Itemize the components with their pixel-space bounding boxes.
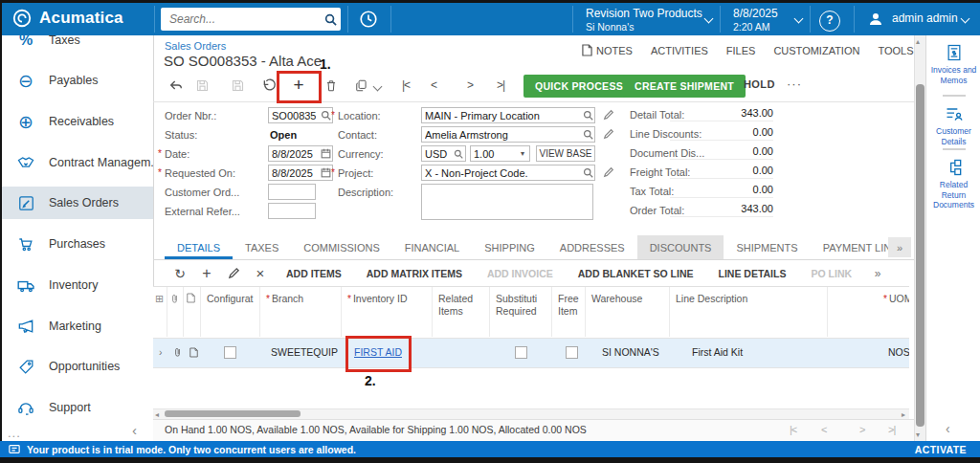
- side-panel-invoices-and-memos[interactable]: Invoices and Memos: [926, 43, 980, 85]
- side-panel-collapse-icon[interactable]: ‹: [946, 421, 950, 436]
- column-header-related-items[interactable]: Related Items: [433, 287, 490, 337]
- go-last-button[interactable]: >|: [492, 77, 509, 94]
- configurable-checkbox[interactable]: [224, 346, 236, 359]
- hold-button[interactable]: HOLD: [744, 78, 775, 90]
- sidebar-item-opportunities[interactable]: Opportunities: [0, 350, 153, 383]
- chevron-down-icon[interactable]: [961, 14, 970, 24]
- quick-process-button[interactable]: QUICK PROCESS: [523, 75, 635, 98]
- add-invoice-button[interactable]: ADD INVOICE: [475, 268, 566, 279]
- create-shipment-button[interactable]: CREATE SHIPMENT: [623, 75, 746, 98]
- date-input[interactable]: [269, 148, 319, 160]
- po-link-button[interactable]: PO LINK: [798, 268, 864, 279]
- activities-button[interactable]: ACTIVITIES: [651, 45, 708, 56]
- grid-toolbar-overflow-button[interactable]: »: [864, 267, 891, 280]
- currency-rate-input[interactable]: [471, 148, 516, 160]
- currency-input[interactable]: [422, 148, 452, 160]
- edit-pencil-icon[interactable]: [603, 166, 615, 179]
- go-previous-button[interactable]: <: [425, 77, 442, 94]
- clock-icon[interactable]: [358, 9, 383, 30]
- tabs-overflow-button[interactable]: »: [888, 237, 911, 257]
- grid-next-page-button[interactable]: >: [859, 424, 864, 435]
- row-note-icon[interactable]: [184, 338, 201, 366]
- scrollbar-thumb[interactable]: [916, 84, 924, 427]
- chevron-down-icon[interactable]: [704, 14, 714, 24]
- scroll-down-icon[interactable]: ▾: [916, 430, 920, 439]
- customer-order-input[interactable]: [269, 187, 315, 198]
- search-input[interactable]: [161, 12, 323, 26]
- tab-financial[interactable]: FINANCIAL: [392, 235, 472, 259]
- activate-button[interactable]: ACTIVATE: [915, 444, 967, 455]
- column-header-warehouse[interactable]: Warehouse: [586, 287, 670, 337]
- save-close-button[interactable]: [193, 77, 211, 94]
- sidebar-item-sales-orders[interactable]: Sales Orders: [0, 187, 153, 219]
- column-header-line-description[interactable]: Line Description: [670, 287, 828, 337]
- help-icon[interactable]: ?: [819, 11, 840, 32]
- cell-related-items[interactable]: [433, 338, 490, 366]
- sidebar-item-support[interactable]: Support: [0, 391, 153, 424]
- notes-column-header[interactable]: [184, 287, 201, 337]
- column-header-inventory-id[interactable]: *Inventory ID: [342, 287, 433, 337]
- lookup-icon[interactable]: [581, 167, 594, 178]
- add-blanket-so-line-button[interactable]: ADD BLANKET SO LINE: [566, 268, 706, 279]
- edit-pencil-icon[interactable]: [603, 109, 615, 121]
- delete-button[interactable]: [323, 77, 340, 94]
- go-first-button[interactable]: |<: [397, 77, 414, 94]
- chevron-down-icon[interactable]: [794, 14, 804, 24]
- user-avatar-icon[interactable]: [867, 11, 884, 28]
- go-back-button[interactable]: [167, 77, 185, 94]
- tenant-selector[interactable]: Revision Two Products Si Nonna's: [586, 8, 702, 33]
- user-name[interactable]: admin admin: [892, 12, 958, 26]
- add-items-button[interactable]: ADD ITEMS: [274, 268, 354, 279]
- lookup-icon[interactable]: [581, 110, 594, 121]
- scroll-up-icon[interactable]: ▴: [916, 37, 920, 46]
- sidebar-collapse-icon[interactable]: ‹: [132, 422, 137, 438]
- search-icon[interactable]: [323, 13, 337, 26]
- customization-button[interactable]: CUSTOMIZATION: [773, 45, 859, 56]
- dropdown-chevron-icon[interactable]: ▾: [516, 149, 529, 158]
- tab-details[interactable]: DETAILS: [165, 235, 233, 259]
- column-header-branch[interactable]: *Branch: [260, 287, 342, 337]
- column-header-uom[interactable]: *UOM: [828, 287, 909, 337]
- column-header-configurable[interactable]: Configurat: [201, 287, 260, 337]
- go-next-button[interactable]: >: [461, 77, 479, 94]
- attachments-column-header[interactable]: [167, 287, 184, 337]
- grid-scrollbar-thumb[interactable]: [165, 410, 301, 417]
- project-input[interactable]: [422, 167, 581, 179]
- scroll-left-icon[interactable]: ◂: [155, 410, 159, 419]
- tab-discounts[interactable]: DISCOUNTS: [637, 235, 724, 259]
- grid-last-page-button[interactable]: >|: [888, 424, 895, 435]
- tab-shipments[interactable]: SHIPMENTS: [724, 235, 810, 259]
- files-button[interactable]: FILES: [726, 45, 756, 56]
- column-header-substitution-required[interactable]: Substituti Required: [490, 287, 552, 337]
- cell-branch[interactable]: SWEETEQUIP: [260, 338, 342, 366]
- breadcrumb[interactable]: Sales Orders: [165, 40, 226, 52]
- notes-button[interactable]: NOTES: [582, 44, 633, 56]
- grid-prev-page-button[interactable]: <: [821, 424, 826, 435]
- save-button[interactable]: [229, 77, 246, 94]
- external-ref-input[interactable]: [269, 206, 315, 217]
- view-base-button[interactable]: VIEW BASE: [536, 145, 595, 162]
- cell-uom[interactable]: NOS: [828, 338, 909, 366]
- add-matrix-items-button[interactable]: ADD MATRIX ITEMS: [354, 268, 475, 279]
- tab-addresses[interactable]: ADDRESSES: [547, 235, 637, 259]
- free-item-checkbox[interactable]: [566, 346, 578, 359]
- row-expander-icon[interactable]: ›: [153, 338, 167, 366]
- description-textarea[interactable]: [421, 184, 593, 220]
- lookup-icon[interactable]: [581, 129, 594, 140]
- location-input[interactable]: [422, 110, 581, 121]
- add-row-icon[interactable]: +: [193, 265, 220, 282]
- contact-input[interactable]: [422, 129, 581, 141]
- lookup-icon[interactable]: [319, 110, 332, 121]
- cell-line-description[interactable]: First Aid Kit: [670, 338, 828, 366]
- chevron-down-icon[interactable]: [373, 82, 383, 92]
- sidebar-item-purchases[interactable]: Purchases: [0, 228, 153, 260]
- line-details-button[interactable]: LINE DETAILS: [705, 268, 798, 279]
- sidebar-item-marketing[interactable]: Marketing: [0, 310, 153, 342]
- cancel-undo-button[interactable]: [260, 77, 278, 94]
- calendar-icon[interactable]: [319, 167, 332, 178]
- side-panel-customer-details[interactable]: Customer Details: [926, 104, 980, 146]
- lookup-icon[interactable]: [452, 149, 465, 159]
- substitution-required-checkbox[interactable]: [515, 346, 527, 359]
- refresh-icon[interactable]: ↻: [167, 266, 193, 281]
- side-panel-related-return-documents[interactable]: Related Return Documents: [926, 158, 980, 210]
